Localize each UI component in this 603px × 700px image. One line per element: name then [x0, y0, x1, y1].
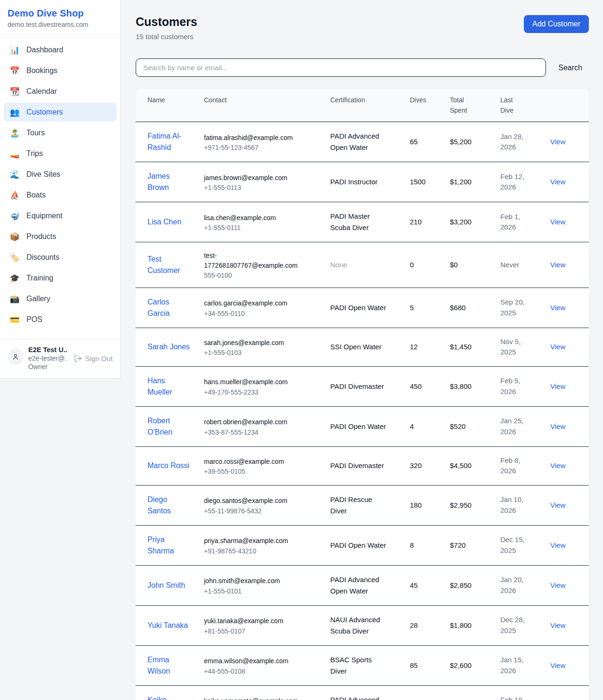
customer-name-link[interactable]: Diego Santos [147, 494, 190, 517]
sidebar-item-label: Products [26, 232, 56, 241]
search-button[interactable]: Search [558, 64, 589, 72]
sidebar-item-dashboard[interactable]: 📊 Dashboard [4, 41, 116, 59]
customer-last-dive: Dec 15, 2025 [500, 535, 529, 556]
customer-certification: BSAC Sports Diver [330, 654, 388, 677]
view-customer-link[interactable]: View [550, 541, 565, 549]
sidebar-item-customers[interactable]: 👥 Customers [4, 103, 116, 122]
sidebar-item-gallery[interactable]: 📸 Gallery [4, 289, 116, 308]
customer-dives: 5 [410, 304, 414, 312]
customer-name-link[interactable]: Fatima Al-Rashid [147, 131, 190, 153]
sidebar-item-label: Gallery [26, 295, 50, 303]
boat-trip-icon: 🚤 [9, 149, 20, 159]
customer-phone: +91-98765-43210 [204, 547, 330, 555]
customer-phone: +34-555-0110 [204, 310, 330, 317]
customer-dives: 180 [410, 501, 422, 509]
sidebar-item-trips[interactable]: 🚤 Trips [4, 144, 116, 163]
sidebar-item-tours[interactable]: 🏝️ Tours [4, 124, 116, 142]
customer-total-spent: $4,500 [450, 461, 472, 469]
customer-name-link[interactable]: James Brown [147, 171, 190, 193]
person-icon [12, 353, 19, 361]
view-customer-link[interactable]: View [550, 461, 565, 469]
view-customer-link[interactable]: View [550, 343, 565, 351]
customer-certification: SSI Open Water [330, 341, 388, 353]
customer-total-spent: $520 [450, 422, 465, 430]
sidebar-item-dive-sites[interactable]: 🌊 Dive Sites [4, 165, 116, 184]
customer-certification: PADI Advanced Open Water [330, 694, 388, 700]
column-header-actions [550, 89, 589, 122]
view-customer-link[interactable]: View [550, 138, 565, 146]
customer-dives: 45 [410, 581, 418, 589]
sidebar-item-boats[interactable]: ⛵ Boats [4, 186, 116, 205]
view-customer-link[interactable]: View [550, 661, 565, 669]
customer-name-link[interactable]: Emma Wilson [147, 654, 190, 677]
customer-certification: PADI Advanced Open Water [330, 131, 388, 153]
sidebar-item-training[interactable]: 🎓 Training [4, 269, 116, 288]
customer-name-link[interactable]: Robert O'Brien [147, 415, 190, 438]
column-header-name: Name [136, 89, 204, 122]
sidebar: Demo Dive Shop demo.test.divestreams.com… [0, 0, 121, 379]
customer-dives: 12 [410, 343, 418, 351]
sidebar-item-pos[interactable]: 💳 POS [4, 310, 116, 329]
view-customer-link[interactable]: View [550, 178, 565, 186]
customer-total-spent: $720 [450, 541, 465, 549]
sidebar-item-products[interactable]: 📦 Products [4, 227, 116, 246]
customer-last-dive: Feb 5, 2026 [500, 376, 529, 397]
customer-last-dive: Nov 5, 2025 [500, 337, 529, 358]
add-customer-button[interactable]: Add Customer [524, 15, 589, 33]
search-row: Search [136, 58, 589, 77]
table-row: Test Customer test-1772681807767@example… [136, 242, 589, 288]
sidebar-item-discounts[interactable]: 🏷️ Discounts [4, 248, 116, 267]
customer-dives: 85 [410, 661, 418, 669]
customer-name-link[interactable]: Marco Rossi [147, 460, 190, 471]
customer-name-link[interactable]: Yuki Tanaka [147, 620, 190, 631]
customer-total-spent: $1,450 [450, 343, 472, 351]
view-customer-link[interactable]: View [550, 304, 565, 312]
customer-certification: PADI Open Water [330, 302, 388, 313]
view-customer-link[interactable]: View [550, 382, 565, 390]
view-customer-link[interactable]: View [550, 581, 565, 589]
customer-name-link[interactable]: Keiko Yamamoto [147, 694, 190, 700]
customer-total-spent: $2,600 [450, 661, 472, 669]
customer-certification: PADI Master Scuba Diver [330, 211, 388, 233]
sidebar-nav: 📊 Dashboard 📅 Bookings 📆 Calendar 👥 Cust… [0, 35, 120, 337]
view-customer-link[interactable]: View [550, 218, 565, 226]
customer-name-link[interactable]: Priya Sharma [147, 534, 190, 557]
view-customer-link[interactable]: View [550, 621, 565, 629]
customer-email: test-1772681807767@example.com [204, 251, 302, 270]
customer-name-link[interactable]: Sarah Jones [147, 341, 190, 353]
view-customer-link[interactable]: View [550, 422, 565, 430]
shop-name: Demo Dive Shop [8, 8, 113, 19]
customer-name-link[interactable]: John Smith [147, 580, 190, 591]
page-title: Customers [136, 15, 197, 29]
customer-dives: 4 [410, 422, 414, 430]
customer-name-link[interactable]: Lisa Chen [147, 216, 190, 228]
view-customer-link[interactable]: View [550, 501, 565, 509]
customer-total-spent: $5,200 [450, 138, 472, 146]
customer-certification: NAUI Advanced Scuba Diver [330, 614, 388, 637]
customer-dives: 0 [410, 261, 414, 269]
customer-certification: PADI Divemaster [330, 460, 388, 471]
user-name: E2E Test U... [28, 346, 67, 354]
search-input[interactable] [136, 58, 546, 77]
label-tag-icon: 🏷️ [9, 253, 20, 263]
customer-name-link[interactable]: Carlos Garcia [147, 296, 190, 319]
table-row: Marco Rossi marco.rossi@example.com +39-… [136, 446, 589, 485]
wave-icon: 🌊 [9, 170, 20, 180]
customer-certification: PADI Open Water [330, 540, 388, 551]
customer-name-link[interactable]: Test Customer [147, 254, 190, 276]
customer-last-dive: Jan 25, 2026 [500, 416, 529, 437]
sidebar-item-calendar[interactable]: 📆 Calendar [4, 82, 116, 101]
sidebar-item-equipment[interactable]: 🤿 Equipment [4, 206, 116, 225]
user-email: e2e-tester@... [28, 354, 67, 362]
customer-phone: +1-555-0113 [204, 184, 330, 191]
table-row: Keiko Yamamoto keiko.yamamoto@example.co… [136, 685, 589, 700]
customer-last-dive: Jan 15, 2026 [500, 655, 529, 676]
customer-dives: 8 [410, 541, 414, 549]
sign-out-button[interactable]: Sign Out [74, 354, 113, 362]
customer-name-link[interactable]: Hans Mueller [147, 375, 190, 398]
avatar [8, 349, 24, 365]
graduation-cap-icon: 🎓 [9, 273, 20, 283]
view-customer-link[interactable]: View [550, 261, 565, 269]
column-header-contact: Contact [204, 89, 330, 122]
sidebar-item-bookings[interactable]: 📅 Bookings [4, 61, 116, 80]
